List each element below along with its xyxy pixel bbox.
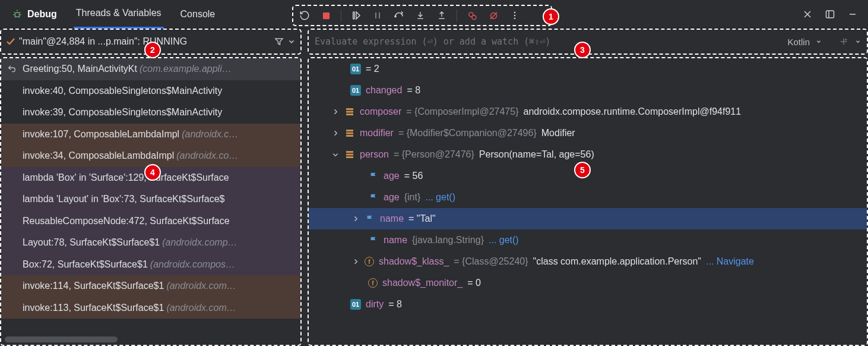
frame-label: Box:72, SurfaceKt$Surface$1 — [23, 259, 148, 270]
mute-breakpoints-icon[interactable] — [487, 9, 500, 22]
rerun-icon[interactable] — [298, 9, 311, 22]
stack-frame-row[interactable]: invoke:34, ComposableLambdaImpl (android… — [1, 145, 300, 167]
stack-frame-row[interactable]: Layout:78, SurfaceKt$Surface$1 (androidx… — [1, 232, 300, 254]
variable-value: = 8 — [407, 85, 420, 96]
variable-row[interactable]: composer = {ComposerImpl@27475} androidx… — [309, 101, 867, 122]
variable-value: Person(name=Tal, age=56) — [479, 149, 594, 160]
variable-value: = 56 — [404, 171, 423, 181]
stack-frame-row[interactable]: lambda 'Layout' in 'Box':73, SurfaceKt$S… — [1, 188, 300, 210]
variable-name: name — [380, 213, 404, 224]
filter-icon[interactable] — [274, 37, 284, 46]
variable-value: Modifier — [541, 128, 575, 139]
variable-row[interactable]: f shadow$_monitor_ = 0 — [309, 272, 867, 294]
language-label[interactable]: Kotlin — [787, 37, 810, 47]
getter-link[interactable]: ... get() — [425, 192, 455, 203]
frame-label: invoke:107, ComposableLambdaImpl — [23, 129, 179, 140]
separator — [341, 10, 341, 21]
frame-context: (androidx.co… — [176, 150, 238, 161]
stop-icon[interactable] — [319, 9, 332, 22]
resume-icon[interactable] — [350, 9, 363, 22]
frame-label: invoke:113, SurfaceKt$Surface$1 — [23, 303, 164, 313]
pause-icon[interactable] — [371, 9, 384, 22]
frame-label: invoke:114, SurfaceKt$Surface$1 — [23, 281, 164, 291]
stack-frame-row[interactable]: invoke:114, SurfaceKt$Surface$1 (android… — [1, 275, 300, 297]
variable-value: "class com.example.application.Person" — [533, 256, 702, 267]
chevron-right-icon[interactable] — [331, 108, 340, 115]
variable-row[interactable]: age {int} ... get() — [309, 187, 867, 208]
callout-5: 5 — [574, 162, 591, 178]
step-out-icon[interactable] — [435, 9, 448, 22]
variable-name: age — [384, 171, 400, 181]
stack-frame-row[interactable]: invoke:107, ComposableLambdaImpl (androi… — [1, 124, 300, 146]
chevron-down-icon[interactable] — [331, 151, 340, 158]
window-controls — [802, 8, 863, 20]
variable-row[interactable]: › 01 = 2 — [309, 58, 867, 80]
stack-frame-row[interactable]: Box:72, SurfaceKt$Surface$1 (androidx.co… — [1, 254, 300, 276]
add-watch-icon[interactable] — [838, 36, 849, 47]
chevron-down-icon[interactable] — [855, 39, 861, 45]
property-icon — [368, 235, 379, 246]
svg-rect-14 — [346, 130, 353, 131]
view-breakpoints-icon[interactable] — [465, 9, 479, 22]
stack-frame-row[interactable]: Greeting:50, MainActivityKt (com.example… — [1, 58, 300, 80]
separator — [457, 10, 457, 21]
step-over-icon[interactable] — [392, 9, 406, 22]
evaluate-expression-input[interactable] — [315, 36, 781, 47]
frame-context: (androidx.com… — [166, 281, 236, 291]
tab-console-label: Console — [180, 9, 216, 20]
stack-frame-row[interactable]: ReusableComposeNode:472, SurfaceKt$Surfa… — [1, 210, 300, 232]
debug-toolbar — [292, 5, 552, 26]
horizontal-scrollbar[interactable] — [5, 336, 118, 342]
bug-icon — [12, 9, 23, 20]
tab-console[interactable]: Console — [178, 0, 218, 29]
svg-rect-3 — [353, 12, 354, 19]
int-type-icon: 01 — [350, 64, 361, 74]
tab-debug[interactable]: Debug — [9, 0, 59, 29]
tab-strip: Debug Threads & Variables Console — [5, 0, 217, 29]
field-icon — [365, 213, 375, 224]
frame-context: (androidx.compos… — [150, 259, 235, 270]
int-type-icon: 01 — [350, 299, 361, 310]
chevron-down-icon[interactable] — [816, 39, 822, 45]
chevron-right-icon[interactable] — [351, 258, 360, 265]
frame-label: Greeting:50, MainActivityKt — [23, 64, 137, 74]
callout-4: 4 — [144, 164, 161, 181]
chevron-right-icon[interactable] — [351, 215, 360, 222]
svg-rect-13 — [346, 114, 353, 115]
chevron-down-icon[interactable] — [287, 37, 296, 46]
stack-frame-row[interactable]: invoke:40, ComposableSingletons$MainActi… — [1, 80, 300, 102]
variable-name: shadow$_klass_ — [379, 256, 449, 267]
close-icon[interactable] — [802, 8, 813, 20]
frame-label: lambda 'Layout' in 'Box':73, SurfaceKt$S… — [23, 194, 224, 205]
variable-name: dirty — [366, 299, 384, 310]
variable-row[interactable]: › 01 changed = 8 — [309, 80, 867, 101]
chevron-right-icon[interactable] — [331, 130, 340, 137]
svg-rect-12 — [346, 111, 353, 113]
minimize-icon[interactable] — [847, 8, 859, 20]
callout-2: 2 — [144, 42, 161, 58]
more-icon[interactable] — [508, 9, 521, 22]
getter-link[interactable]: ... get() — [489, 235, 519, 246]
stack-frame-row[interactable]: invoke:113, SurfaceKt$Surface$1 (android… — [1, 297, 300, 319]
tab-threads-label: Threads & Variables — [76, 8, 161, 18]
svg-point-10 — [514, 18, 516, 20]
variable-name: modifier — [360, 128, 394, 139]
stack-frame-row[interactable]: invoke:39, ComposableSingletons$MainActi… — [1, 102, 300, 124]
variable-name: shadow$_monitor_ — [382, 278, 462, 288]
tab-threads-variables[interactable]: Threads & Variables — [74, 0, 164, 29]
object-type-icon — [344, 106, 355, 117]
variable-value: = 8 — [388, 299, 402, 310]
variable-row[interactable]: person = {Person@27476} Person(name=Tal,… — [309, 144, 867, 165]
navigate-link[interactable]: ... Navigate — [706, 256, 754, 267]
svg-point-8 — [514, 12, 516, 14]
step-into-icon[interactable] — [414, 9, 427, 22]
variable-row-selected[interactable]: name = "Tal" — [309, 208, 867, 229]
variable-row[interactable]: › 01 dirty = 8 — [309, 294, 867, 315]
variable-row[interactable]: modifier = {Modifier$Companion@27496} Mo… — [309, 122, 867, 144]
variable-row[interactable]: f shadow$_klass_ = {Class@25240} "class … — [309, 251, 867, 272]
variable-type: = {Modifier$Companion@27496} — [398, 128, 537, 139]
variable-row[interactable]: name {java.lang.String} ... get() — [309, 229, 867, 251]
drop-frame-icon[interactable] — [7, 64, 17, 74]
svg-rect-2 — [322, 12, 329, 18]
split-icon[interactable] — [824, 8, 836, 20]
